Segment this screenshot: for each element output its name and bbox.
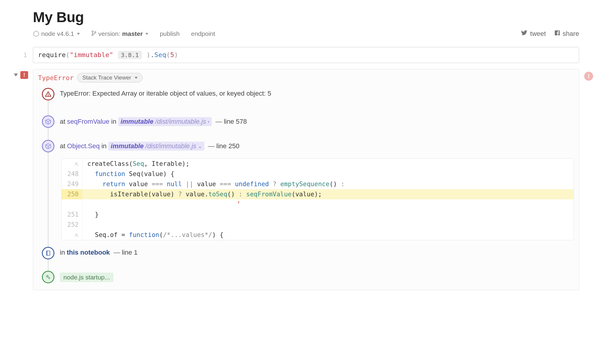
- error-message-text: TypeError: Expected Array or iterable ob…: [60, 88, 271, 97]
- error-type: TypeError: [38, 74, 74, 82]
- line-number: 1: [24, 52, 27, 58]
- source-code: Seq.of = function(/*...values*/) {: [83, 230, 574, 240]
- source-code: ↑: [83, 199, 574, 209]
- source-row: ⇱createClass(Seq, Iterable);: [62, 159, 574, 169]
- source-line-number: 250: [62, 189, 83, 199]
- viewer-label: Stack Trace Viewer: [82, 74, 131, 81]
- frame-line: line 250: [216, 142, 239, 150]
- frame-in: in: [111, 118, 116, 126]
- frame-in: in: [60, 249, 65, 256]
- chevron-down-icon: [77, 33, 80, 35]
- source-row: ↑: [62, 199, 574, 209]
- node-startup-label: node.js startup...: [60, 273, 113, 282]
- source-line-number: 248: [62, 169, 83, 179]
- version-selector[interactable]: version: master: [91, 30, 148, 37]
- trace-error-message: TypeError: Expected Array or iterable ob…: [48, 88, 574, 100]
- input-cell: 1 require("immutable" 3.8.1 ).Seq(5): [0, 47, 612, 63]
- branch-icon: [91, 30, 97, 37]
- svg-point-3: [95, 31, 96, 33]
- frame-path-file: /dist/immutable.js: [155, 118, 206, 126]
- share-button[interactable]: share: [554, 30, 579, 38]
- warning-icon: [42, 88, 54, 100]
- frame-path-package: immutable: [121, 118, 153, 126]
- source-row: 249 return value === null || value === u…: [62, 179, 574, 189]
- source-row: 252: [62, 220, 574, 230]
- frame-line: line 578: [224, 118, 247, 126]
- source-line-number: ⇱: [62, 230, 83, 240]
- notebook-link[interactable]: this notebook: [67, 249, 110, 256]
- source-row: 248 function Seq(value) {: [62, 169, 574, 179]
- output-panel: ! TypeError Stack Trace Viewer TypeErro: [33, 69, 579, 290]
- publish-button[interactable]: publish: [160, 30, 180, 37]
- frame-path[interactable]: immutable/dist/immutable.js ‹: [118, 117, 212, 126]
- twitter-icon: [521, 30, 528, 38]
- frame-path-file: /dist/immutable.js: [145, 142, 196, 150]
- code-token: (: [66, 51, 70, 59]
- facebook-icon: [554, 30, 560, 38]
- collapse-toggle[interactable]: [14, 74, 18, 77]
- source-line-number: 252: [62, 220, 83, 230]
- notebook-icon: [42, 247, 54, 259]
- source-line-number: [62, 199, 83, 209]
- page-title: My Bug: [33, 9, 579, 25]
- stack-trace-viewer-selector[interactable]: Stack Trace Viewer: [77, 73, 142, 82]
- code-token: ): [174, 51, 178, 59]
- version-value: master: [122, 30, 143, 37]
- frame-path[interactable]: immutable/dist/immutable.js ⌄: [108, 142, 204, 151]
- source-code: return value === null || value === undef…: [83, 179, 574, 189]
- source-line-number: 249: [62, 179, 83, 189]
- node-startup-frame[interactable]: node.js startup...: [48, 271, 574, 283]
- tweet-label: tweet: [530, 30, 546, 38]
- svg-point-5: [48, 95, 48, 96]
- chevron-left-icon: ‹: [208, 119, 209, 124]
- notebook-frame[interactable]: in this notebook — line 1: [48, 247, 574, 259]
- code-token: 5: [170, 51, 174, 59]
- version-prefix: version:: [98, 30, 121, 37]
- source-code: [83, 220, 574, 230]
- package-icon: [42, 115, 54, 128]
- source-code: function Seq(value) {: [83, 169, 574, 179]
- svg-marker-0: [34, 31, 39, 36]
- stack-frame[interactable]: at seqFromValue in immutable/dist/immuta…: [48, 115, 574, 128]
- code-token: .: [150, 51, 154, 59]
- error-indicator-icon: !: [584, 72, 593, 81]
- node-version-label: node v4.6.1: [41, 30, 74, 37]
- toolbar: node v4.6.1 version: master publish endp…: [33, 30, 579, 38]
- code-token: (: [166, 51, 170, 59]
- source-row: ⇱ Seq.of = function(/*...values*/) {: [62, 230, 574, 240]
- share-label: share: [563, 30, 579, 38]
- error-badge: !: [20, 71, 28, 79]
- code-input[interactable]: require("immutable" 3.8.1 ).Seq(5): [33, 47, 579, 63]
- code-token: require: [38, 51, 66, 59]
- node-version-selector[interactable]: node v4.6.1: [33, 30, 80, 37]
- svg-point-13: [48, 277, 50, 279]
- frame-dash: —: [215, 118, 222, 126]
- source-line-number: 251: [62, 209, 83, 220]
- source-preview: ⇱createClass(Seq, Iterable);248 function…: [61, 158, 574, 240]
- code-token: ): [146, 51, 150, 59]
- tweet-button[interactable]: tweet: [521, 30, 546, 38]
- endpoint-button[interactable]: endpoint: [191, 30, 215, 37]
- source-code: createClass(Seq, Iterable);: [83, 159, 574, 169]
- svg-point-2: [92, 34, 93, 36]
- frame-function: seqFromValue: [67, 118, 109, 126]
- code-token: Seq: [154, 51, 166, 59]
- code-token: "immutable": [70, 51, 113, 59]
- chevron-down-icon: [145, 33, 148, 35]
- frame-dash: —: [208, 142, 214, 150]
- node-icon: [33, 30, 39, 37]
- source-code: }: [83, 209, 574, 220]
- source-row: 250 isIterable(value) ? value.toSeq() : …: [62, 189, 574, 199]
- frame-at: at: [60, 142, 65, 150]
- source-line-number: ⇱: [62, 159, 83, 169]
- frame-line: line 1: [122, 249, 138, 256]
- frame-dash: —: [113, 249, 120, 256]
- package-version-badge[interactable]: 3.8.1: [118, 51, 142, 59]
- frame-at: at: [60, 118, 65, 126]
- source-row: 251 }: [62, 209, 574, 220]
- package-icon: [42, 140, 54, 152]
- svg-point-1: [92, 31, 93, 32]
- frame-function: Object.Seq: [67, 142, 100, 150]
- stack-frame[interactable]: at Object.Seq in immutable/dist/immutabl…: [48, 140, 574, 152]
- source-code: isIterable(value) ? value.toSeq() : seqF…: [83, 189, 574, 199]
